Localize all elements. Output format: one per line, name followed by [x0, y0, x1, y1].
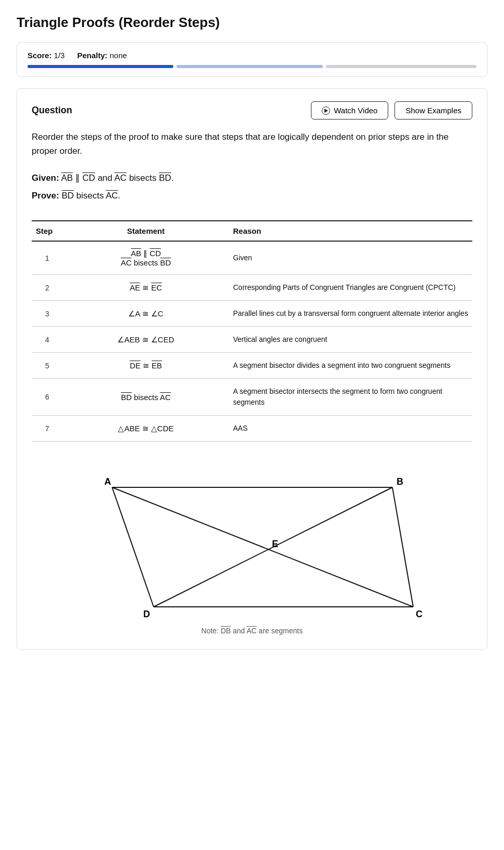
table-body: 1 AB ∥ CD AC bisects BD Given 2 AE ≅ EC … — [32, 241, 472, 442]
label-C: C — [416, 609, 423, 619]
label-B: B — [397, 476, 403, 487]
diagram-note: Note: DB and AC are segments — [32, 627, 472, 635]
table-row: 4 ∠AEB ≅ ∠CED Vertical angles are congru… — [32, 327, 472, 353]
progress-segment-2 — [176, 65, 322, 68]
stmt-2: AE ≅ EC — [63, 275, 229, 301]
progress-segment-1 — [28, 65, 173, 68]
reason-7: AAS — [229, 416, 472, 442]
stmt-7: △ABE ≅ △CDE — [63, 416, 229, 442]
reason-3: Parallel lines cut by a transversal form… — [229, 301, 472, 327]
table-row: 5 DE ≅ EB A segment bisector divides a s… — [32, 353, 472, 379]
step-3: 3 — [32, 301, 63, 327]
watch-video-label: Watch Video — [334, 106, 377, 115]
label-E: E — [272, 539, 278, 549]
stmt-5: DE ≅ EB — [63, 353, 229, 379]
stmt-6: BD bisects AC — [63, 379, 229, 416]
reason-4: Vertical angles are congruent — [229, 327, 472, 353]
question-text: Reorder the steps of the proof to make s… — [32, 130, 472, 158]
reason-6: A segment bisector intersects the segmen… — [229, 379, 472, 416]
play-triangle-icon — [324, 109, 328, 113]
step-1: 1 — [32, 241, 63, 275]
reason-1: Given — [229, 241, 472, 275]
page-container: Triangle Proofs (Reorder Steps) Score: 1… — [0, 0, 504, 671]
reason-5: A segment bisector divides a segment int… — [229, 353, 472, 379]
label-D: D — [143, 609, 150, 619]
table-row: 3 ∠A ≅ ∠C Parallel lines cut by a transv… — [32, 301, 472, 327]
question-header: Question Watch Video Show Examples — [32, 101, 472, 119]
given-prove: Given: AB ∥ CD and AC bisects BD. Prove:… — [32, 169, 472, 205]
table-row: 2 AE ≅ EC Corresponding Parts of Congrue… — [32, 275, 472, 301]
question-card: Question Watch Video Show Examples Reord… — [17, 88, 487, 650]
given-line: Given: AB ∥ CD and AC bisects BD. — [32, 169, 472, 187]
stmt-3: ∠A ≅ ∠C — [63, 301, 229, 327]
progress-segment-3 — [326, 65, 476, 68]
play-icon — [322, 107, 330, 115]
score-value: 1/3 — [54, 51, 65, 60]
proof-table: Step Statement Reason 1 AB ∥ CD AC bisec… — [32, 220, 472, 442]
svg-line-3 — [112, 487, 413, 607]
step-5: 5 — [32, 353, 63, 379]
penalty-label: Penalty: none — [77, 51, 127, 60]
step-7: 7 — [32, 416, 63, 442]
watch-video-button[interactable]: Watch Video — [311, 101, 388, 119]
table-row: 7 △ABE ≅ △CDE AAS — [32, 416, 472, 442]
page-title: Triangle Proofs (Reorder Steps) — [17, 15, 487, 31]
show-examples-label: Show Examples — [405, 106, 461, 115]
score-card: Score: 1/3 Penalty: none — [17, 42, 487, 77]
progress-bar — [28, 65, 476, 68]
col-reason: Reason — [229, 221, 472, 241]
score-label: Score: 1/3 — [28, 51, 65, 60]
stmt-4: ∠AEB ≅ ∠CED — [63, 327, 229, 353]
triangle-diagram: A B D C E — [71, 456, 434, 622]
step-4: 4 — [32, 327, 63, 353]
svg-line-5 — [392, 487, 413, 607]
score-row: Score: 1/3 Penalty: none — [28, 51, 476, 60]
prove-line: Prove: BD bisects AC. — [32, 187, 472, 205]
step-6: 6 — [32, 379, 63, 416]
question-label: Question — [32, 105, 72, 116]
table-row: 1 AB ∥ CD AC bisects BD Given — [32, 241, 472, 275]
stmt-1: AB ∥ CD AC bisects BD — [63, 241, 229, 275]
svg-line-2 — [112, 487, 154, 607]
col-step: Step — [32, 221, 63, 241]
header-buttons: Watch Video Show Examples — [311, 101, 472, 119]
table-header-row: Step Statement Reason — [32, 221, 472, 241]
col-statement: Statement — [63, 221, 229, 241]
diagram-container: A B D C E — [32, 456, 472, 622]
given-content: AB ∥ CD and AC bisects BD. — [61, 173, 174, 183]
label-A: A — [104, 476, 111, 487]
step-2: 2 — [32, 275, 63, 301]
show-examples-button[interactable]: Show Examples — [394, 101, 472, 119]
penalty-value: none — [110, 51, 127, 60]
table-row: 6 BD bisects AC A segment bisector inter… — [32, 379, 472, 416]
prove-content: BD bisects AC. — [62, 191, 120, 201]
reason-2: Corresponding Parts of Congruent Triangl… — [229, 275, 472, 301]
